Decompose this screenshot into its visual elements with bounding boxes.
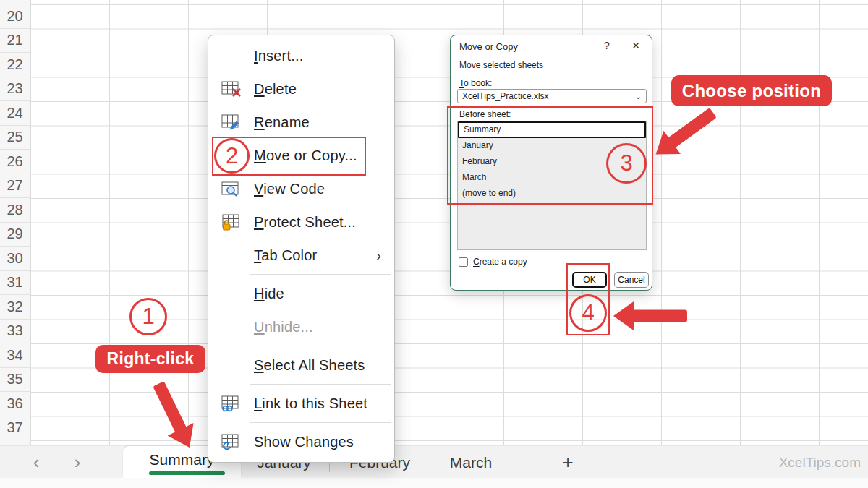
row-header[interactable]: 30 [0, 247, 30, 271]
step4-circle: 4 [569, 294, 607, 332]
protect-sheet-icon [220, 214, 242, 231]
spreadsheet-grid[interactable] [30, 0, 868, 445]
row-header[interactable]: 23 [0, 77, 30, 102]
create-copy-checkbox[interactable] [459, 257, 468, 267]
sheet-tab-bar: ‹ › January February March + XcelTips.co… [0, 445, 868, 478]
tab-divider [516, 455, 516, 472]
row-header[interactable]: 24 [0, 101, 30, 126]
prev-sheet-arrow-icon[interactable]: ‹ [25, 446, 47, 479]
show-changes-icon [220, 434, 242, 450]
row-header[interactable]: 26 [0, 150, 30, 174]
row-header[interactable]: 28 [0, 198, 30, 223]
menu-item-protect-sheet[interactable]: Protect Sheet... [208, 205, 394, 239]
rename-sheet-icon [220, 114, 242, 131]
step1-circle: 1 [129, 298, 167, 335]
help-icon[interactable]: ? [600, 40, 614, 51]
chevron-down-icon: ⌄ [635, 92, 642, 101]
menu-separator [250, 384, 391, 385]
row-header[interactable]: 22 [0, 53, 30, 77]
delete-sheet-icon [220, 81, 242, 98]
bottom-strip [0, 478, 868, 488]
sheet-context-menu: Insert... Delete Rename Move or Copy... … [208, 35, 395, 463]
to-book-dropdown[interactable]: XcelTips_Practice.xlsx ⌄ [457, 89, 647, 103]
row-header[interactable]: 29 [0, 223, 30, 247]
menu-separator [250, 346, 391, 346]
step4-arrow [613, 301, 689, 330]
active-tab-underline [149, 471, 225, 475]
row-header[interactable]: 25 [0, 126, 30, 150]
row-header[interactable]: 31 [0, 271, 30, 296]
to-book-label: To book: [459, 78, 492, 88]
menu-item-view-code[interactable]: View Code [208, 172, 394, 205]
row-header[interactable]: 21 [0, 29, 30, 53]
row-header-column: 202122232425262728293031323334353637 [0, 0, 30, 445]
menu-item-unhide: Unhide... [208, 310, 394, 343]
link-to-sheet-icon [220, 395, 242, 412]
next-sheet-arrow-icon[interactable]: › [67, 446, 88, 479]
row-header[interactable]: 37 [0, 416, 30, 441]
tab-divider [430, 455, 430, 472]
menu-item-tab-color[interactable]: Tab Color › [208, 239, 394, 272]
menu-separator [250, 422, 391, 423]
create-copy-label: Create a copy [473, 257, 527, 267]
choose-position-badge: Choose position [671, 75, 832, 106]
watermark: XcelTips.com [767, 446, 861, 479]
excel-window: 202122232425262728293031323334353637 ‹ ›… [0, 0, 868, 488]
close-icon[interactable]: ✕ [629, 40, 643, 51]
row-header[interactable]: 27 [0, 174, 30, 199]
row-header[interactable]: 32 [0, 295, 30, 320]
row-header[interactable]: 34 [0, 343, 30, 368]
tab-march[interactable]: March [431, 446, 511, 479]
add-sheet-button[interactable]: + [553, 446, 582, 479]
view-code-icon [220, 181, 242, 197]
step2-circle: 2 [214, 138, 250, 174]
to-book-value: XcelTips_Practice.xlsx [462, 91, 549, 101]
menu-item-link-to-this-sheet[interactable]: Link to this Sheet [208, 387, 394, 420]
menu-separator [250, 274, 391, 275]
menu-item-show-changes[interactable]: Show Changes [208, 425, 394, 458]
row-header[interactable]: 36 [0, 392, 30, 416]
menu-item-delete[interactable]: Delete [208, 72, 394, 106]
cancel-button[interactable]: Cancel [614, 272, 649, 288]
menu-item-select-all-sheets[interactable]: Select All Sheets [208, 348, 394, 382]
menu-item-rename[interactable]: Rename [208, 106, 394, 139]
row-header[interactable]: 33 [0, 320, 30, 344]
menu-item-insert[interactable]: Insert... [208, 39, 394, 72]
row-header[interactable]: 35 [0, 368, 30, 393]
create-copy-row: Create a copy [459, 257, 527, 267]
row-header[interactable]: 20 [0, 4, 30, 29]
submenu-chevron-icon: › [376, 247, 381, 264]
dialog-title: Move or Copy [459, 41, 518, 52]
dialog-subtitle: Move selected sheets [459, 60, 543, 70]
menu-item-hide[interactable]: Hide [208, 277, 394, 310]
right-click-badge: Right-click [95, 345, 205, 373]
step3-circle: 3 [606, 143, 647, 184]
